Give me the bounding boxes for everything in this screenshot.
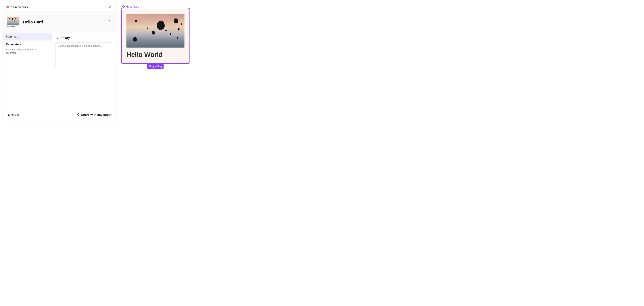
more-options-button[interactable] bbox=[107, 19, 112, 25]
component-frame-label[interactable]: Hello Card bbox=[122, 5, 198, 8]
resize-handle-top-left[interactable] bbox=[121, 8, 122, 10]
resize-handle-top-right[interactable] bbox=[188, 8, 190, 10]
description-textarea[interactable] bbox=[56, 42, 112, 67]
hero-image bbox=[126, 14, 184, 47]
panel-footer: No errors Share with developer bbox=[3, 109, 116, 121]
svg-point-9 bbox=[77, 114, 78, 115]
main-section-title: Summary bbox=[56, 36, 112, 40]
panel-titlebar: Relay for Figma bbox=[3, 3, 116, 11]
error-status: No errors bbox=[7, 113, 19, 117]
plus-icon bbox=[45, 43, 48, 46]
component-thumbnail: Hello World bbox=[6, 16, 20, 28]
share-icon bbox=[76, 113, 80, 117]
panel-body: Summary Parameters Select a layer first … bbox=[3, 33, 116, 109]
close-button[interactable] bbox=[108, 5, 112, 9]
relay-plugin-panel: Relay for Figma Hello World H bbox=[3, 3, 116, 121]
add-parameter-button[interactable] bbox=[44, 42, 49, 46]
svg-rect-16 bbox=[122, 6, 123, 7]
share-with-developer-button[interactable]: Share with developer bbox=[76, 113, 112, 117]
panel-sidebar: Summary Parameters Select a layer first … bbox=[3, 33, 52, 109]
parameters-title: Parameters bbox=[6, 43, 22, 46]
svg-point-5 bbox=[109, 21, 110, 22]
parameters-hint: Select a layer first to add a parameter bbox=[3, 47, 43, 55]
svg-line-12 bbox=[78, 114, 78, 114]
thumbnail-caption: Hello World bbox=[7, 25, 20, 28]
more-vertical-icon bbox=[109, 20, 110, 24]
tab-summary[interactable]: Summary bbox=[3, 33, 52, 40]
relay-logo-icon bbox=[6, 6, 10, 8]
component-header: Hello World Hello Card bbox=[3, 11, 116, 33]
share-label: Share with developer bbox=[81, 113, 112, 117]
component-icon bbox=[122, 5, 125, 8]
resize-handle-bottom-left[interactable] bbox=[121, 63, 122, 64]
app-name: Relay for Figma bbox=[11, 6, 28, 8]
svg-rect-17 bbox=[124, 6, 125, 7]
svg-point-10 bbox=[78, 113, 79, 114]
component-frame-name: Hello Card bbox=[126, 5, 139, 8]
svg-point-11 bbox=[78, 115, 79, 116]
close-icon bbox=[109, 5, 112, 9]
svg-rect-14 bbox=[123, 5, 124, 6]
resize-handle-bottom-right[interactable] bbox=[188, 63, 190, 64]
svg-line-13 bbox=[78, 115, 78, 115]
svg-point-1 bbox=[7, 6, 9, 7]
thumbnail-image bbox=[7, 16, 20, 25]
hello-card-component: Hello World bbox=[122, 9, 189, 63]
component-title: Hello Card bbox=[23, 20, 43, 24]
component-header-left: Hello World Hello Card bbox=[6, 16, 43, 28]
svg-point-4 bbox=[109, 20, 110, 21]
svg-point-6 bbox=[109, 23, 110, 23]
selection-frame[interactable]: Hello World Hug × Hug bbox=[122, 9, 190, 64]
parameters-header: Parameters bbox=[3, 40, 52, 47]
svg-rect-15 bbox=[123, 7, 124, 8]
titlebar-left: Relay for Figma bbox=[6, 6, 28, 8]
figma-canvas: Hello Card Hello Wor bbox=[122, 5, 198, 64]
hello-card-title: Hello World bbox=[126, 51, 184, 58]
panel-main: Summary bbox=[52, 33, 116, 109]
autolayout-size-badge: Hug × Hug bbox=[148, 64, 164, 69]
